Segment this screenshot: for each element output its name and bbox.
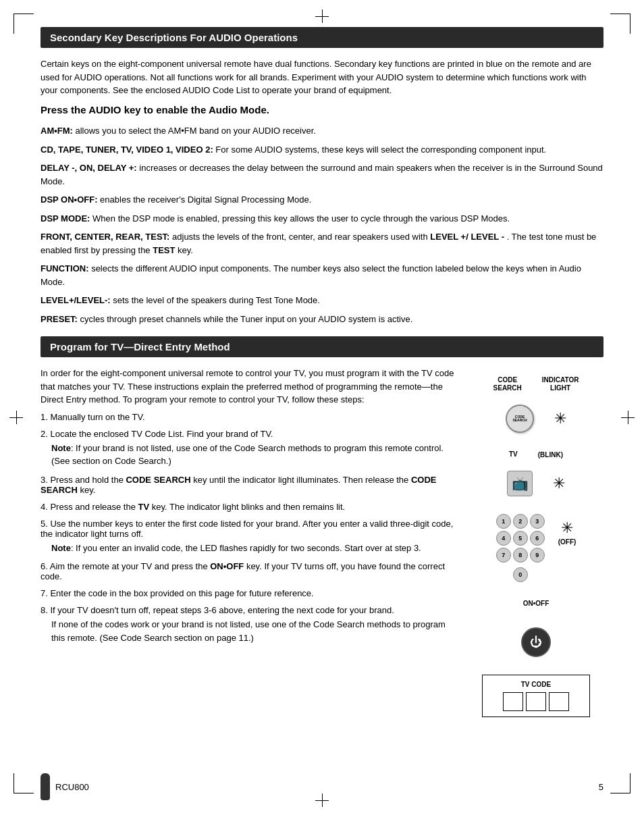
- code-search-col-label: CODESEARCH: [493, 376, 522, 392]
- indicator-light-icon-off: ✳: [561, 521, 573, 536]
- crosshair-right: [621, 411, 635, 424]
- onoff-button[interactable]: ⏻: [521, 627, 551, 657]
- corner-mark-bl: [14, 773, 34, 793]
- step-8: 8. If your TV doesn't turn off, repeat s…: [41, 605, 455, 644]
- diagram-tv-label-row: TV (BLINK): [468, 450, 603, 459]
- code-search-label-col: CODESEARCH: [493, 376, 522, 392]
- step-6: 6. Aim the remote at your TV and press t…: [41, 561, 455, 581]
- tv-code-box: TV CODE: [482, 675, 590, 717]
- numpad: 1 2 3 4 5 6 7 8 9: [496, 514, 545, 563]
- tv-code-cell-2: [526, 692, 546, 711]
- tv-button[interactable]: 📺: [507, 471, 533, 496]
- indicator-light-label-col: INDICATORLIGHT: [542, 376, 579, 392]
- section2-header: Program for TV—Direct Entry Method: [41, 336, 603, 357]
- indicator-light-icon-1: ✳: [554, 411, 566, 426]
- numpad-9[interactable]: 9: [530, 548, 545, 563]
- numpad-col: 1 2 3 4 5 6 7 8 9 0: [496, 514, 545, 582]
- tv-code-title: TV CODE: [491, 681, 581, 688]
- diagram-step2-row: 📺 ✳: [468, 471, 603, 496]
- step-3: 3. Press and hold the CODE SEARCH key un…: [41, 475, 455, 495]
- numpad-0[interactable]: 0: [513, 567, 528, 582]
- tv-code-cell-3: [549, 692, 569, 711]
- diagram-step1-row: CODE SEARCH ✳: [468, 405, 603, 433]
- page: Secondary Key Descriptions For AUDIO Ope…: [0, 0, 644, 834]
- tv-label-col: TV: [509, 450, 518, 459]
- footer: RCU800 5: [41, 773, 603, 800]
- tv-code-cell-1: [503, 692, 523, 711]
- term-dsp-mode: DSP MODE: When the DSP mode is enabled, …: [41, 212, 603, 226]
- numpad-6[interactable]: 6: [530, 531, 545, 546]
- step-1: 1. Manually turn on the TV.: [41, 412, 455, 422]
- crosshair-top: [315, 9, 329, 23]
- term-amfm: AM•FM: allows you to select the AM•FM ba…: [41, 124, 603, 138]
- diagram-section: CODESEARCH INDICATORLIGHT CODE SEARCH: [468, 373, 603, 717]
- step-4: 4. Press and release the TV key. The ind…: [41, 502, 455, 512]
- term-preset: PRESET: cycles through preset channels w…: [41, 313, 603, 326]
- corner-mark-tr: [610, 14, 630, 34]
- numpad-2[interactable]: 2: [513, 514, 528, 529]
- crosshair-left: [9, 411, 23, 424]
- numpad-5[interactable]: 5: [513, 531, 528, 546]
- term-dsp-onoff: DSP ON•OFF: enables the receiver's Digit…: [41, 193, 603, 207]
- numpad-7[interactable]: 7: [496, 548, 511, 563]
- step-7: 7. Enter the code in the box provided on…: [41, 588, 455, 598]
- numpad-8[interactable]: 8: [513, 548, 528, 563]
- tv-col-label: TV: [509, 450, 518, 459]
- blink-label-col: (BLINK): [538, 451, 563, 459]
- term-function: FUNCTION: selects the different AUDIO in…: [41, 262, 603, 288]
- remote-icon: [41, 773, 50, 800]
- corner-mark-tl: [14, 14, 34, 34]
- term-delay: DELAY -, ON, DELAY +: increases or decre…: [41, 161, 603, 188]
- term-cd: CD, TAPE, TUNER, TV, VIDEO 1, VIDEO 2: F…: [41, 143, 603, 157]
- tv-code-cells: [491, 692, 581, 711]
- onoff-label: ON•OFF: [523, 600, 549, 607]
- numpad-3[interactable]: 3: [530, 514, 545, 529]
- indicator-light-icon-2: ✳: [553, 476, 565, 491]
- section2-intro: In order for the eight-component univers…: [41, 367, 455, 407]
- indicator-light-col-label: INDICATORLIGHT: [542, 376, 579, 392]
- content-area: In order for the eight-component univers…: [41, 367, 603, 717]
- off-label: (OFF): [558, 538, 576, 546]
- off-indicator-col: ✳ (OFF): [558, 514, 576, 546]
- step-2: 2. Locate the enclosed TV Code List. Fin…: [41, 429, 455, 468]
- tv-btn-col: 📺: [507, 471, 533, 496]
- numpad-1[interactable]: 1: [496, 514, 511, 529]
- indicator-blink2-col: ✳: [553, 476, 565, 491]
- footer-left: RCU800: [41, 773, 89, 800]
- page-number: 5: [599, 782, 603, 792]
- step-5: 5. Use the number keys to enter the firs…: [41, 519, 455, 555]
- numpad-4[interactable]: 4: [496, 531, 511, 546]
- left-column: In order for the eight-component univers…: [41, 367, 455, 717]
- section1-intro: Certain keys on the eight-component univ…: [41, 57, 603, 97]
- right-column: CODESEARCH INDICATORLIGHT CODE SEARCH: [468, 367, 603, 717]
- term-front: FRONT, CENTER, REAR, TEST: adjusts the l…: [41, 230, 603, 257]
- diagram-numpad-row: 1 2 3 4 5 6 7 8 9 0: [468, 514, 603, 582]
- indicator-blink1-col: ✳: [554, 411, 566, 426]
- subsection-title: Press the AUDIO key to enable the Audio …: [41, 103, 603, 118]
- corner-mark-br: [610, 773, 630, 793]
- blink-label: (BLINK): [538, 451, 563, 459]
- term-level: LEVEL+/LEVEL-: sets the level of the spe…: [41, 294, 603, 307]
- code-search-button[interactable]: CODE SEARCH: [506, 405, 534, 433]
- model-label: RCU800: [55, 782, 89, 792]
- code-search-btn-col: CODE SEARCH: [506, 405, 534, 433]
- diagram-labels-row: CODESEARCH INDICATORLIGHT: [468, 376, 603, 392]
- section1-header: Secondary Key Descriptions For AUDIO Ope…: [41, 27, 603, 48]
- diagram-onoff-row: ON•OFF ⏻: [468, 600, 603, 657]
